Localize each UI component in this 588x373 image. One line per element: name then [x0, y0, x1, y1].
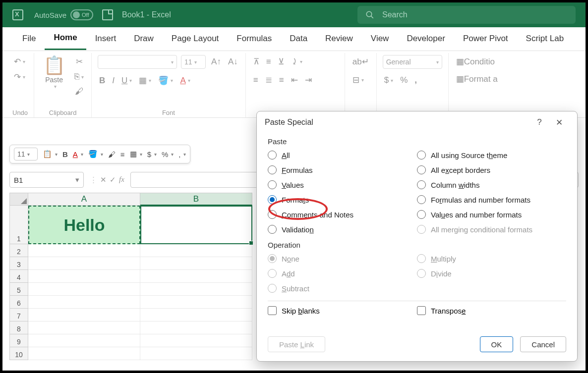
radio-option[interactable]: All using Source theme: [417, 150, 566, 160]
mini-percent-button[interactable]: %▾: [162, 150, 174, 159]
radio-option[interactable]: Validation: [268, 224, 417, 235]
tab-formulas[interactable]: Formulas: [228, 29, 281, 50]
name-box[interactable]: B1 ▾: [9, 172, 84, 188]
transpose-checkbox[interactable]: Transpose: [417, 306, 566, 315]
row-header[interactable]: 4: [9, 270, 28, 283]
percent-format-button[interactable]: %: [399, 74, 409, 87]
borders-button[interactable]: ▦▾: [137, 74, 153, 87]
align-center-button[interactable]: ≣: [264, 73, 274, 87]
cell[interactable]: [28, 257, 140, 270]
cell[interactable]: [140, 244, 252, 257]
cell-a1[interactable]: Hello: [28, 206, 140, 244]
tab-script-lab[interactable]: Script Lab: [517, 29, 573, 50]
cell[interactable]: [28, 296, 140, 309]
wrap-text-button[interactable]: ab↵: [351, 55, 370, 68]
save-icon[interactable]: [102, 9, 113, 20]
paste-link-button[interactable]: Paste Link: [268, 336, 325, 352]
format-painter-button[interactable]: 🖌: [73, 85, 85, 98]
cell[interactable]: [28, 244, 140, 257]
radio-option[interactable]: All: [268, 150, 417, 160]
dialog-help-button[interactable]: ?: [529, 117, 549, 127]
cell[interactable]: [28, 283, 140, 296]
align-top-button[interactable]: ⊼: [252, 55, 261, 68]
tab-power-pivot[interactable]: Power Pivot: [454, 29, 517, 50]
tab-view[interactable]: View: [362, 29, 398, 50]
merge-button[interactable]: ⊟▾: [351, 73, 365, 87]
bold-button[interactable]: B: [98, 74, 107, 87]
tab-draw[interactable]: Draw: [125, 29, 163, 50]
tab-page-layout[interactable]: Page Layout: [163, 29, 228, 50]
row-header[interactable]: 3: [9, 257, 28, 270]
cell[interactable]: [140, 283, 252, 296]
radio-option[interactable]: Formulas and number formats: [417, 194, 566, 205]
dialog-close-button[interactable]: ✕: [549, 117, 569, 128]
tab-data[interactable]: Data: [281, 29, 316, 50]
cut-button[interactable]: ✂: [73, 55, 85, 68]
tab-file[interactable]: File: [13, 29, 45, 50]
radio-option[interactable]: Comments and Notes: [268, 209, 417, 220]
tab-developer[interactable]: Developer: [398, 29, 454, 50]
undo-button[interactable]: ↶▾: [12, 55, 27, 68]
accounting-format-button[interactable]: $▾: [383, 74, 395, 87]
fill-color-button[interactable]: 🪣▾: [157, 74, 175, 87]
conditional-formatting-button[interactable]: ▦ Conditio: [455, 55, 496, 68]
row-header[interactable]: 1: [9, 206, 28, 244]
cell[interactable]: [140, 309, 252, 321]
cell-b1[interactable]: [140, 206, 252, 244]
font-name-combo[interactable]: ▾: [98, 55, 177, 69]
row-header[interactable]: 9: [9, 334, 28, 347]
row-header[interactable]: 6: [9, 296, 28, 309]
cell[interactable]: [28, 334, 140, 347]
cell[interactable]: [28, 270, 140, 283]
number-format-combo[interactable]: General▾: [383, 55, 442, 69]
italic-button[interactable]: I: [111, 74, 116, 87]
format-as-table-button[interactable]: ▦ Format a: [455, 72, 499, 86]
cell[interactable]: [140, 334, 252, 347]
column-header-b[interactable]: B: [140, 193, 252, 206]
radio-option[interactable]: Values and number formats: [417, 209, 566, 220]
align-left-button[interactable]: ≡: [252, 74, 260, 87]
decrease-font-button[interactable]: A↓: [227, 55, 239, 68]
autosave-toggle[interactable]: AutoSave Off: [34, 9, 93, 20]
confirm-formula-icon[interactable]: ✓: [110, 175, 116, 184]
mini-bold-button[interactable]: B: [62, 150, 68, 159]
cell[interactable]: [140, 296, 252, 309]
select-all-corner[interactable]: [9, 193, 28, 206]
radio-option[interactable]: All except borders: [417, 164, 566, 175]
mini-borders-button[interactable]: ▦▾: [130, 150, 142, 159]
cell[interactable]: [28, 321, 140, 334]
cell[interactable]: [28, 347, 140, 360]
skip-blanks-checkbox[interactable]: Skip blanks: [268, 306, 417, 315]
font-color-button[interactable]: A▾: [178, 74, 191, 87]
search-box[interactable]: [357, 6, 576, 24]
mini-fill-color-button[interactable]: 🪣▾: [88, 150, 103, 159]
cancel-button[interactable]: Cancel: [520, 336, 566, 352]
row-header[interactable]: 5: [9, 283, 28, 296]
radio-option[interactable]: Values: [268, 179, 417, 190]
comma-format-button[interactable]: ,: [413, 74, 418, 87]
row-header[interactable]: 10: [9, 347, 28, 360]
copy-button[interactable]: ⎘▾: [73, 70, 85, 83]
cell[interactable]: [28, 309, 140, 321]
align-right-button[interactable]: ≡: [278, 74, 286, 87]
row-header[interactable]: 7: [9, 309, 28, 321]
radio-option[interactable]: Formulas: [268, 164, 417, 175]
ok-button[interactable]: OK: [480, 336, 514, 352]
cell[interactable]: [140, 321, 252, 334]
column-header-a[interactable]: A: [28, 193, 140, 206]
tab-home[interactable]: Home: [45, 28, 86, 50]
row-header[interactable]: 8: [9, 321, 28, 334]
cancel-formula-icon[interactable]: ✕: [100, 175, 107, 184]
decrease-indent-button[interactable]: ⇤: [290, 73, 299, 87]
search-input[interactable]: [382, 10, 568, 19]
font-size-combo[interactable]: 11▾: [181, 55, 206, 69]
cell[interactable]: [140, 270, 252, 283]
mini-number-button[interactable]: $▾: [147, 150, 157, 159]
mini-font-color-button[interactable]: A▾: [73, 150, 83, 159]
paste-button[interactable]: 📋 Paste ▾: [40, 55, 68, 89]
cell[interactable]: [140, 257, 252, 270]
mini-paste-button[interactable]: 📋▾: [43, 150, 58, 159]
align-bottom-button[interactable]: ⊻: [277, 55, 286, 68]
row-header[interactable]: 2: [9, 244, 28, 257]
mini-comma-button[interactable]: ,▾: [178, 150, 186, 159]
